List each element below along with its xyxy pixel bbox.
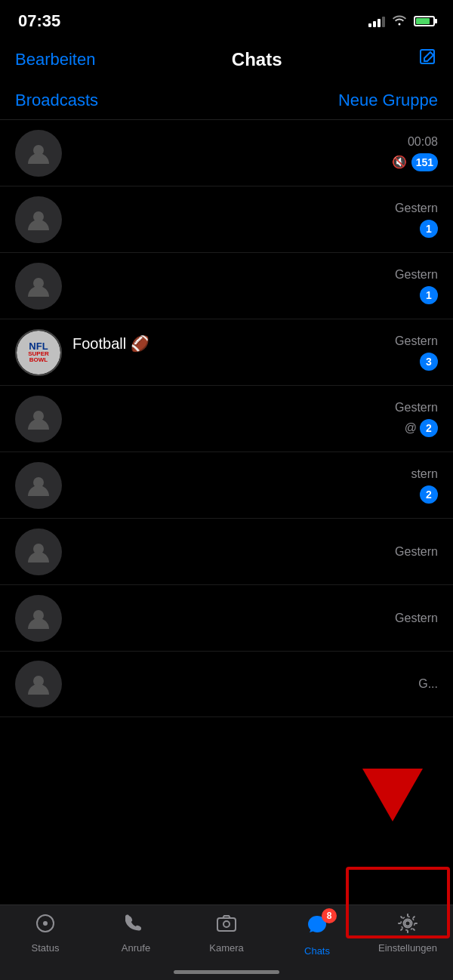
tab-anrufe-label: Anrufe bbox=[122, 942, 150, 954]
status-icon bbox=[35, 913, 56, 939]
nav-bar: Bearbeiten Chats bbox=[0, 38, 453, 83]
tab-einstellungen-label: Einstellungen bbox=[378, 942, 437, 954]
chat-time: Gestern bbox=[395, 268, 438, 282]
chat-time: Gestern bbox=[395, 401, 438, 414]
chats-badge: 8 bbox=[322, 908, 337, 923]
down-arrow-icon bbox=[362, 769, 423, 821]
status-time: 07:35 bbox=[18, 11, 60, 31]
chat-meta: G... bbox=[418, 677, 438, 691]
chat-meta: Gestern bbox=[395, 545, 438, 559]
chat-time: Gestern bbox=[395, 202, 438, 215]
chat-preview bbox=[72, 621, 387, 636]
page-title: Chats bbox=[232, 49, 282, 70]
avatar bbox=[15, 263, 62, 310]
list-item[interactable]: Gestern 1 bbox=[0, 253, 453, 319]
chat-content bbox=[72, 268, 387, 304]
list-item[interactable]: Gestern 1 bbox=[0, 186, 453, 253]
chat-meta: Gestern 1 bbox=[395, 268, 438, 304]
chat-badge: 2 bbox=[420, 485, 438, 504]
list-item[interactable]: Gestern @ 2 bbox=[0, 386, 453, 452]
chat-name bbox=[72, 467, 403, 485]
avatar: NFL SUPER BOWL bbox=[15, 329, 62, 376]
tab-kamera-label: Kamera bbox=[209, 942, 244, 954]
chat-content bbox=[72, 202, 387, 237]
chat-name bbox=[72, 674, 411, 692]
chat-preview bbox=[72, 222, 387, 237]
tab-chats-label: Chats bbox=[304, 945, 330, 957]
chat-preview bbox=[72, 421, 387, 436]
signal-bars-icon bbox=[368, 15, 385, 27]
camera-icon bbox=[216, 913, 237, 939]
chat-content bbox=[72, 674, 411, 695]
edit-button[interactable]: Bearbeiten bbox=[15, 50, 95, 69]
chat-time: Gestern bbox=[395, 334, 438, 348]
chat-badge: 151 bbox=[411, 153, 438, 171]
broadcasts-row: Broadcasts Neue Gruppe bbox=[0, 83, 453, 120]
chat-time: G... bbox=[418, 677, 438, 691]
chat-preview bbox=[72, 156, 384, 171]
avatar bbox=[15, 130, 62, 177]
avatar bbox=[15, 462, 62, 509]
chat-name bbox=[72, 268, 387, 285]
chat-name: Football 🏈 bbox=[72, 334, 387, 353]
tab-status[interactable]: Status bbox=[0, 913, 91, 954]
chat-preview bbox=[72, 288, 387, 304]
chat-name bbox=[72, 135, 384, 153]
list-item[interactable]: 00:08 🔇 151 bbox=[0, 120, 453, 186]
chat-content bbox=[72, 534, 387, 569]
chat-content bbox=[72, 467, 403, 503]
chat-meta: Gestern 1 bbox=[395, 202, 438, 238]
svg-rect-11 bbox=[217, 918, 236, 931]
avatar bbox=[15, 595, 62, 642]
muted-badge-row: 🔇 151 bbox=[392, 153, 438, 171]
mute-icon: 🔇 bbox=[392, 155, 407, 169]
settings-icon bbox=[397, 913, 418, 939]
chat-time: stern bbox=[411, 467, 438, 481]
tab-anrufe[interactable]: Anrufe bbox=[91, 913, 181, 954]
compose-button[interactable] bbox=[418, 48, 438, 72]
avatar bbox=[15, 196, 62, 243]
neue-gruppe-link[interactable]: Neue Gruppe bbox=[338, 91, 438, 110]
avatar bbox=[15, 529, 62, 575]
avatar bbox=[15, 396, 62, 442]
wifi-icon bbox=[391, 14, 408, 29]
chat-badge: 1 bbox=[420, 220, 438, 238]
arrow-indicator bbox=[362, 769, 423, 821]
chat-name bbox=[72, 401, 387, 418]
battery-icon bbox=[414, 16, 435, 26]
list-item[interactable]: Gestern bbox=[0, 519, 453, 585]
broadcasts-link[interactable]: Broadcasts bbox=[15, 91, 98, 110]
status-bar: 07:35 bbox=[0, 0, 453, 38]
chat-name bbox=[72, 600, 387, 618]
tab-status-label: Status bbox=[32, 942, 60, 954]
list-item[interactable]: NFL SUPER BOWL Football 🏈 Gestern 3 bbox=[0, 319, 453, 386]
tab-bar: Status Anrufe Kamera 8 Chats bbox=[0, 904, 453, 980]
chat-badge: 1 bbox=[420, 286, 438, 304]
tab-einstellungen[interactable]: Einstellungen bbox=[362, 913, 453, 954]
list-item[interactable]: stern 2 bbox=[0, 452, 453, 519]
home-indicator bbox=[174, 970, 279, 974]
list-item[interactable]: Gestern bbox=[0, 585, 453, 652]
chat-content bbox=[72, 135, 384, 171]
svg-point-10 bbox=[43, 921, 48, 926]
status-icons bbox=[368, 14, 435, 29]
chat-badge: 3 bbox=[420, 353, 438, 371]
chat-meta: Gestern 3 bbox=[395, 334, 438, 371]
tab-kamera[interactable]: Kamera bbox=[181, 913, 272, 954]
svg-point-12 bbox=[223, 921, 230, 927]
chat-badge: 2 bbox=[420, 419, 438, 437]
avatar bbox=[15, 661, 62, 707]
phone-icon bbox=[125, 913, 146, 939]
svg-point-13 bbox=[405, 921, 411, 926]
chat-list: 00:08 🔇 151 Gestern 1 bbox=[0, 120, 453, 717]
tab-chats[interactable]: 8 Chats bbox=[272, 913, 362, 957]
chat-name bbox=[72, 534, 387, 551]
chat-content bbox=[72, 600, 387, 636]
chat-time: 00:08 bbox=[408, 135, 438, 149]
list-item[interactable]: G... bbox=[0, 652, 453, 717]
at-symbol-icon: @ bbox=[405, 421, 417, 435]
chat-meta: Gestern @ 2 bbox=[395, 401, 438, 437]
chat-preview bbox=[72, 554, 387, 569]
chat-meta: Gestern bbox=[395, 612, 438, 625]
chat-meta: 00:08 🔇 151 bbox=[392, 135, 438, 171]
